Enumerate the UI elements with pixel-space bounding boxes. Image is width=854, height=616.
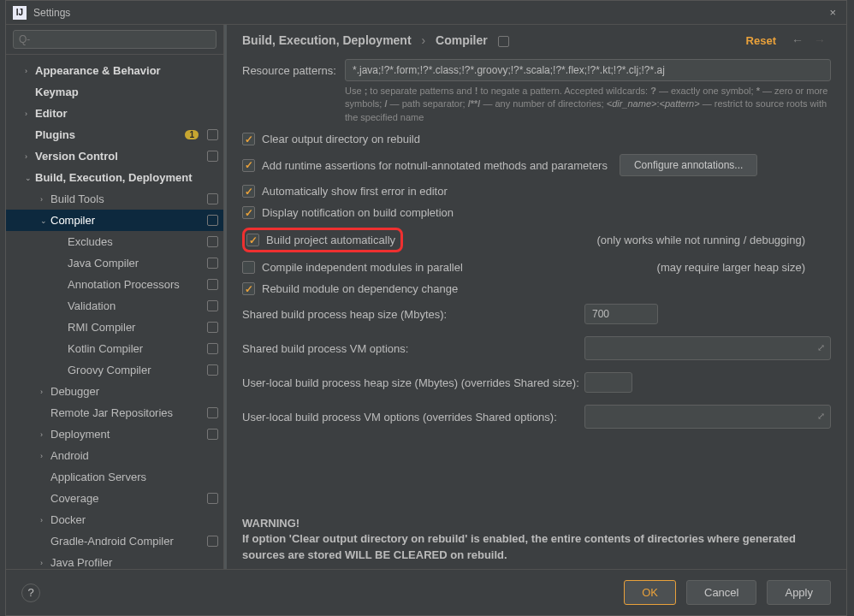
checkbox-build-auto[interactable]	[246, 234, 259, 246]
chevron-icon: ›	[40, 195, 50, 204]
tree-item-label: Application Servers	[50, 471, 218, 483]
tree-item-label: Build Tools	[50, 192, 204, 205]
tree-item-gradle-android-compiler[interactable]: Gradle-Android Compiler	[6, 530, 223, 552]
nav-forward-icon[interactable]: →	[814, 33, 826, 47]
checkbox-add-runtime[interactable]	[242, 159, 255, 172]
row-user-heap: User-local build process heap size (Mbyt…	[242, 372, 831, 393]
chevron-icon: ›	[25, 110, 35, 118]
configure-annotations-button[interactable]: Configure annotations...	[620, 154, 757, 176]
tree-item-validation[interactable]: Validation	[6, 295, 223, 317]
checkbox-rebuild-dep[interactable]	[242, 282, 255, 295]
tree-item-label: Excludes	[68, 235, 204, 248]
row-clear-output: Clear output directory on rebuild	[242, 133, 831, 145]
shared-heap-input[interactable]	[584, 304, 658, 324]
tree-item-label: Deployment	[50, 428, 204, 441]
checkbox-clear-output[interactable]	[242, 133, 255, 145]
reset-link[interactable]: Reset	[746, 34, 776, 47]
apply-button[interactable]: Apply	[767, 580, 831, 605]
expand-icon[interactable]: ⤢	[817, 342, 825, 353]
project-scope-icon	[207, 343, 218, 354]
tree-item-build-tools[interactable]: ›Build Tools	[6, 188, 223, 210]
tree-item-application-servers[interactable]: Application Servers	[6, 466, 223, 488]
tree-item-label: Compiler	[50, 214, 204, 227]
tree-item-debugger[interactable]: ›Debugger	[6, 381, 223, 402]
tree-item-label: Appearance & Behavior	[35, 64, 218, 77]
tree-item-plugins[interactable]: Plugins1	[6, 124, 223, 145]
checkbox-display-notif[interactable]	[242, 206, 255, 219]
chevron-icon: ›	[40, 516, 50, 524]
tree-item-annotation-processors[interactable]: Annotation Processors	[6, 274, 223, 295]
tree-item-docker[interactable]: ›Docker	[6, 509, 223, 530]
breadcrumb: Build, Execution, Deployment › Compiler	[242, 33, 509, 47]
tree-item-editor[interactable]: ›Editor	[6, 103, 223, 124]
chevron-icon: ›	[40, 430, 50, 439]
tree-item-label: Editor	[35, 107, 218, 120]
tree-item-compiler[interactable]: ⌄Compiler	[6, 210, 223, 231]
tree-item-label: Groovy Compiler	[68, 364, 204, 376]
resource-patterns-label: Resource patterns:	[242, 59, 345, 77]
footer: ? OK Cancel Apply	[6, 569, 846, 615]
chevron-icon: ›	[40, 559, 50, 567]
tree-item-label: Kotlin Compiler	[68, 342, 204, 355]
tree-item-build-execution-deployment[interactable]: ⌄Build, Execution, Deployment	[6, 167, 223, 188]
shared-vm-input[interactable]: ⤢	[584, 336, 831, 360]
app-icon: IJ	[13, 6, 27, 20]
tree-item-label: Build, Execution, Deployment	[35, 171, 218, 184]
tree-item-keymap[interactable]: Keymap	[6, 81, 223, 103]
row-shared-vm: Shared build process VM options: ⤢	[242, 336, 831, 360]
row-resource-patterns: Resource patterns: Use ; to separate pat…	[242, 59, 831, 124]
window-title: Settings	[33, 7, 70, 19]
tree-item-label: Coverage	[50, 492, 204, 505]
help-button[interactable]: ?	[21, 583, 40, 602]
tree-item-java-compiler[interactable]: Java Compiler	[6, 252, 223, 274]
tree-item-label: Android	[50, 449, 218, 462]
expand-icon[interactable]: ⤢	[817, 411, 825, 422]
cancel-button[interactable]: Cancel	[686, 580, 756, 605]
label-compile-parallel: Compile independent modules in parallel	[262, 261, 463, 274]
nav-back-icon[interactable]: ←	[792, 33, 804, 47]
tree-item-excludes[interactable]: Excludes	[6, 231, 223, 252]
close-icon[interactable]: ×	[826, 6, 839, 19]
tree-item-label: RMI Compiler	[68, 321, 204, 334]
tree-item-kotlin-compiler[interactable]: Kotlin Compiler	[6, 338, 223, 359]
ok-button[interactable]: OK	[624, 580, 676, 605]
checkbox-auto-first-error[interactable]	[242, 185, 255, 198]
tree-item-groovy-compiler[interactable]: Groovy Compiler	[6, 359, 223, 381]
tree-item-appearance-behavior[interactable]: ›Appearance & Behavior	[6, 60, 223, 81]
label-display-notif: Display notification on build completion	[262, 206, 454, 219]
tree-item-label: Plugins	[35, 128, 185, 141]
user-vm-input[interactable]: ⤢	[584, 405, 831, 429]
settings-tree[interactable]: ›Appearance & BehaviorKeymap›EditorPlugi…	[6, 55, 223, 569]
project-scope-icon	[207, 151, 218, 162]
tree-item-android[interactable]: ›Android	[6, 445, 223, 466]
chevron-icon: ›	[25, 152, 35, 161]
user-heap-input[interactable]	[584, 372, 632, 393]
user-vm-label: User-local build process VM options (ove…	[242, 411, 584, 424]
checkbox-compile-parallel[interactable]	[242, 261, 255, 274]
content: Build, Execution, Deployment › Compiler …	[227, 25, 846, 569]
breadcrumb-sep: ›	[421, 33, 425, 47]
row-display-notif: Display notification on build completion	[242, 206, 831, 219]
tree-item-java-profiler[interactable]: ›Java Profiler	[6, 552, 223, 569]
highlight-build-auto: Build project automatically	[242, 228, 403, 252]
search-input[interactable]	[13, 30, 216, 49]
tree-item-remote-jar-repositories[interactable]: Remote Jar Repositories	[6, 402, 223, 424]
project-scope-icon	[207, 193, 218, 204]
project-scope-icon	[207, 322, 218, 333]
tree-item-label: Keymap	[35, 86, 218, 98]
tree-item-label: Gradle-Android Compiler	[50, 535, 204, 548]
tree-item-deployment[interactable]: ›Deployment	[6, 424, 223, 445]
project-scope-icon	[207, 536, 218, 547]
project-scope-icon	[207, 258, 218, 269]
resource-patterns-input[interactable]	[345, 59, 831, 81]
row-user-vm: User-local build process VM options (ove…	[242, 405, 831, 429]
settings-window: IJ Settings × ›Appearance & BehaviorKeym…	[5, 0, 847, 616]
label-auto-first-error: Automatically show first error in editor	[262, 185, 448, 198]
tree-item-rmi-compiler[interactable]: RMI Compiler	[6, 317, 223, 338]
project-scope-icon	[207, 129, 218, 140]
form-area: Resource patterns: Use ; to separate pat…	[227, 59, 846, 569]
tree-item-coverage[interactable]: Coverage	[6, 488, 223, 509]
tree-item-version-control[interactable]: ›Version Control	[6, 145, 223, 167]
sidebar: ›Appearance & BehaviorKeymap›EditorPlugi…	[6, 25, 224, 569]
breadcrumb-b: Compiler	[436, 33, 488, 47]
